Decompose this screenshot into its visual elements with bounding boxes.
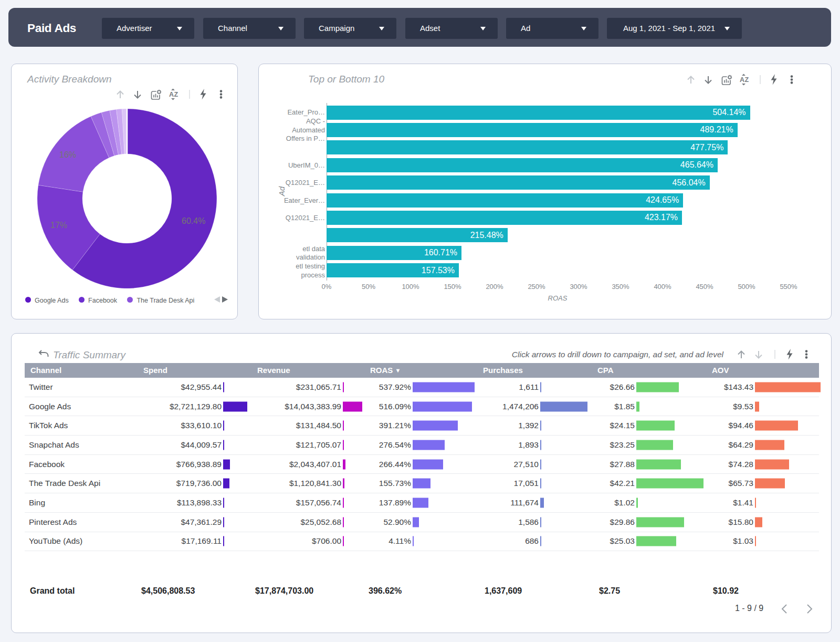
svg-text:Z: Z <box>745 76 749 84</box>
svg-text:A: A <box>740 76 744 84</box>
